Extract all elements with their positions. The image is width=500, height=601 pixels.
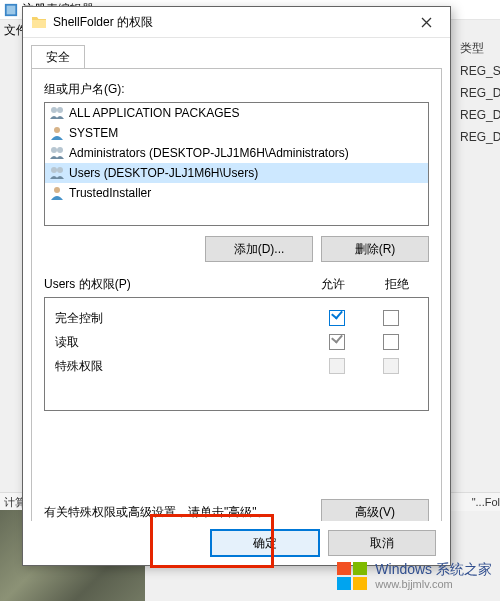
list-item[interactable]: ALL APPLICATION PACKAGES — [45, 103, 428, 123]
advanced-text: 有关特殊权限或高级设置，请单击"高级"。 — [44, 504, 321, 521]
permissions-header: Users 的权限(P) 允许 拒绝 — [44, 276, 429, 293]
list-item[interactable]: Users (DESKTOP-JLJ1M6H\Users) — [45, 163, 428, 183]
allow-checkbox[interactable] — [329, 334, 345, 350]
permission-row: 完全控制 — [55, 306, 418, 330]
user-icon — [49, 185, 65, 201]
principals-list[interactable]: ALL APPLICATION PACKAGES SYSTEM Administ… — [44, 102, 429, 226]
svg-point-8 — [57, 167, 63, 173]
permissions-dialog: ShellFolder 的权限 安全 组或用户名(G): ALL APPLICA… — [22, 6, 451, 566]
windows-logo-icon — [335, 559, 369, 593]
tab-strip: 安全 — [23, 38, 450, 68]
deny-checkbox[interactable] — [383, 310, 399, 326]
permissions-box: 完全控制 读取 特殊权限 — [44, 297, 429, 411]
svg-point-2 — [51, 107, 57, 113]
deny-checkbox[interactable] — [383, 334, 399, 350]
bg-type-item: REG_S — [460, 60, 500, 82]
list-item[interactable]: SYSTEM — [45, 123, 428, 143]
dialog-titlebar[interactable]: ShellFolder 的权限 — [23, 7, 450, 38]
watermark-line2: www.bjjmlv.com — [375, 578, 492, 590]
deny-checkbox — [383, 358, 399, 374]
svg-rect-11 — [353, 562, 367, 575]
permissions-title: Users 的权限(P) — [44, 276, 301, 293]
permission-label: 完全控制 — [55, 310, 310, 327]
svg-point-7 — [51, 167, 57, 173]
bg-status-right: "...Fol — [472, 493, 500, 511]
principal-buttons: 添加(D)... 删除(R) — [44, 236, 429, 262]
principal-name: Administrators (DESKTOP-JLJ1M6H\Administ… — [69, 146, 349, 160]
close-icon — [421, 17, 432, 28]
tab-security[interactable]: 安全 — [31, 45, 85, 69]
tab-body: 组或用户名(G): ALL APPLICATION PACKAGES SYSTE… — [31, 68, 442, 538]
group-icon — [49, 145, 65, 161]
add-button[interactable]: 添加(D)... — [205, 236, 313, 262]
svg-point-9 — [54, 187, 60, 193]
svg-point-5 — [51, 147, 57, 153]
principal-name: Users (DESKTOP-JLJ1M6H\Users) — [69, 166, 258, 180]
svg-rect-13 — [353, 577, 367, 590]
list-item[interactable]: TrustedInstaller — [45, 183, 428, 203]
close-button[interactable] — [404, 8, 448, 36]
principal-name: SYSTEM — [69, 126, 118, 140]
bg-type-list: REG_S REG_D REG_D REG_D — [460, 60, 500, 148]
cancel-button[interactable]: 取消 — [328, 530, 436, 556]
svg-rect-1 — [7, 5, 16, 14]
deny-header: 拒绝 — [365, 276, 429, 293]
permission-label: 读取 — [55, 334, 310, 351]
permission-row: 特殊权限 — [55, 354, 418, 378]
dialog-title: ShellFolder 的权限 — [53, 14, 404, 31]
registry-icon — [4, 3, 18, 17]
watermark: Windows 系统之家 www.bjjmlv.com — [335, 559, 492, 593]
allow-checkbox[interactable] — [329, 310, 345, 326]
permission-row: 读取 — [55, 330, 418, 354]
allow-header: 允许 — [301, 276, 365, 293]
watermark-line1: Windows 系统之家 — [375, 562, 492, 578]
folder-icon — [31, 14, 47, 30]
bg-type-item: REG_D — [460, 126, 500, 148]
remove-button[interactable]: 删除(R) — [321, 236, 429, 262]
ok-button[interactable]: 确定 — [210, 529, 320, 557]
permission-label: 特殊权限 — [55, 358, 310, 375]
user-icon — [49, 125, 65, 141]
group-icon — [49, 165, 65, 181]
svg-rect-10 — [337, 562, 351, 575]
bg-type-header: 类型 — [460, 40, 500, 57]
list-item[interactable]: Administrators (DESKTOP-JLJ1M6H\Administ… — [45, 143, 428, 163]
bg-type-item: REG_D — [460, 82, 500, 104]
svg-rect-12 — [337, 577, 351, 590]
watermark-text: Windows 系统之家 www.bjjmlv.com — [375, 562, 492, 590]
principal-name: ALL APPLICATION PACKAGES — [69, 106, 240, 120]
group-icon — [49, 105, 65, 121]
svg-point-6 — [57, 147, 63, 153]
principal-name: TrustedInstaller — [69, 186, 151, 200]
allow-checkbox — [329, 358, 345, 374]
screen: 注册表编辑器 文件( 类型 REG_S REG_D REG_D REG_D 计算… — [0, 0, 500, 601]
bg-type-item: REG_D — [460, 104, 500, 126]
svg-point-3 — [57, 107, 63, 113]
group-users-label: 组或用户名(G): — [44, 81, 429, 98]
svg-point-4 — [54, 127, 60, 133]
